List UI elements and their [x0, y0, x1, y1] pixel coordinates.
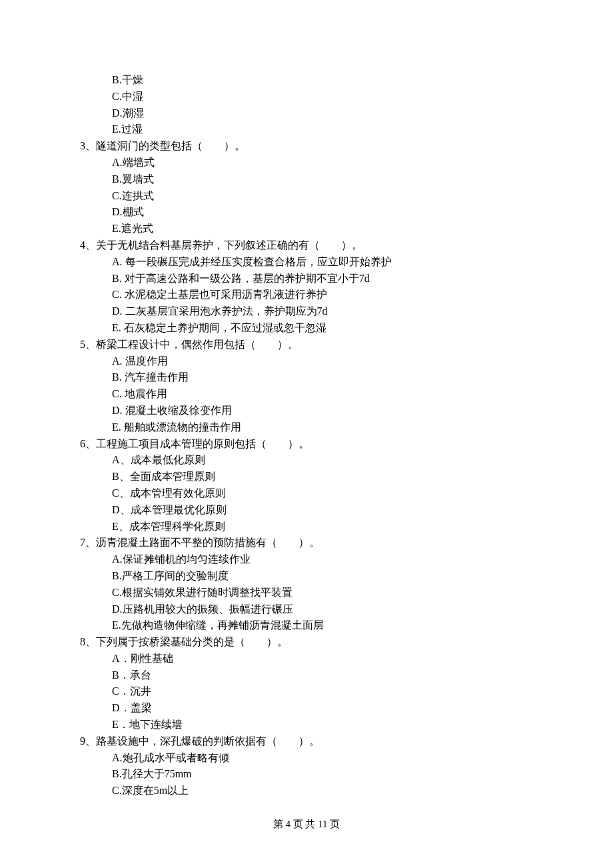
question-stem: 8、下列属于按桥梁基础分类的是（ ）。 [0, 634, 613, 651]
option-text: C.连拱式 [0, 188, 613, 205]
option-text: B.翼墙式 [0, 171, 613, 188]
question-stem: 7、沥青混凝土路面不平整的预防措施有（ ）。 [0, 535, 613, 551]
option-text: C.根据实铺效果进行随时调整找平装置 [0, 585, 613, 601]
option-text: B.严格工序间的交验制度 [0, 568, 613, 585]
option-text: C. 地震作用 [0, 386, 613, 403]
option-text: E.遮光式 [0, 221, 613, 237]
question-stem: 6、工程施工项目成本管理的原则包括（ ）。 [0, 436, 613, 453]
option-text: E．地下连续墙 [0, 717, 613, 733]
option-text: A.炮孔成水平或者略有倾 [0, 750, 613, 767]
page-number: 第 4 页 共 11 页 [273, 819, 340, 829]
option-text: C．沉井 [0, 683, 613, 700]
page-content: B.干燥C.中湿D.潮湿E.过湿 3、隧道洞门的类型包括（ ）。A.端墙式B.翼… [0, 0, 613, 799]
option-text: C.中湿 [0, 89, 613, 105]
option-text: D.潮湿 [0, 105, 613, 122]
option-text: C. 水泥稳定土基层也可采用沥青乳液进行养护 [0, 287, 613, 303]
option-text: A. 温度作用 [0, 353, 613, 370]
option-text: B. 对于高速公路和一级公路，基层的养护期不宜小于7d [0, 271, 613, 287]
option-text: D. 二灰基层宜采用泡水养护法，养护期应为7d [0, 303, 613, 320]
option-text: D、成本管理最优化原则 [0, 502, 613, 519]
option-text: E.过湿 [0, 121, 613, 138]
option-text: D. 混凝土收缩及徐变作用 [0, 403, 613, 419]
option-text: E、成本管理科学化原则 [0, 519, 613, 535]
option-text: A.保证摊铺机的均匀连续作业 [0, 551, 613, 568]
question-stem: 5、桥梁工程设计中，偶然作用包括（ ）。 [0, 337, 613, 353]
option-text: B、全面成本管理原则 [0, 469, 613, 485]
option-text: A.端墙式 [0, 155, 613, 171]
question-stem: 3、隧道洞门的类型包括（ ）。 [0, 138, 613, 155]
option-text: B.孔径大于75mm [0, 766, 613, 783]
question-stem: 9、路基设施中，深孔爆破的判断依据有（ ）。 [0, 733, 613, 750]
option-text: C、成本管理有效化原则 [0, 485, 613, 502]
question-stem: 4、关于无机结合料基层养护，下列叙述正确的有（ ）。 [0, 237, 613, 254]
option-text: A、成本最低化原则 [0, 452, 613, 469]
option-text: D.压路机用较大的振频、振幅进行碾压 [0, 601, 613, 618]
option-text: D．盖梁 [0, 700, 613, 717]
option-text: B. 汽车撞击作用 [0, 369, 613, 386]
option-text: A．刚性基础 [0, 651, 613, 667]
option-text: E. 石灰稳定土养护期间，不应过湿或忽干忽湿 [0, 320, 613, 337]
page-footer: 第 4 页 共 11 页 [0, 817, 613, 832]
option-text: D.棚式 [0, 204, 613, 221]
option-text: E. 船舶或漂流物的撞击作用 [0, 419, 613, 436]
option-text: B．承台 [0, 667, 613, 684]
option-text: C.深度在5m以上 [0, 783, 613, 799]
option-text: E.先做构造物伸缩缝，再摊铺沥青混凝土面层 [0, 617, 613, 634]
option-text: B.干燥 [0, 72, 613, 89]
option-text: A. 每一段碾压完成并经压实度检查合格后，应立即开始养护 [0, 254, 613, 271]
